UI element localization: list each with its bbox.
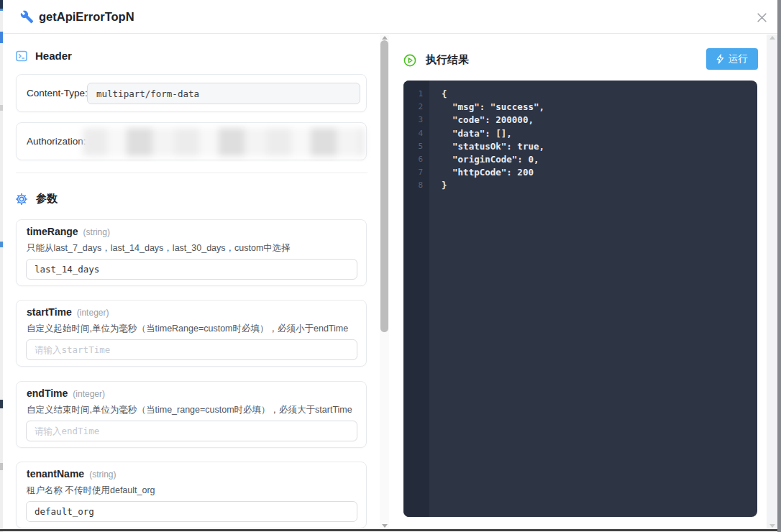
code-line: } bbox=[442, 179, 757, 192]
code-line: { bbox=[442, 88, 757, 101]
header-section-title: Header bbox=[16, 50, 72, 62]
triangle-up-icon bbox=[382, 36, 388, 40]
param-type: (integer) bbox=[77, 308, 109, 318]
page-title: getApiErrorTopN bbox=[39, 0, 134, 34]
dialog-header: getApiErrorTopN bbox=[3, 0, 777, 34]
authorization-label: Authorization: bbox=[27, 123, 86, 160]
editor-gutter: 1 2 3 4 5 6 7 8 bbox=[403, 81, 429, 517]
code-line: "code": 200000, bbox=[442, 114, 757, 127]
param-input-timeRange[interactable] bbox=[26, 259, 357, 280]
result-panel-scrollbar[interactable] bbox=[767, 35, 777, 530]
code-line: "msg": "success", bbox=[442, 101, 757, 114]
scrollbar-thumb[interactable] bbox=[380, 40, 388, 332]
param-card-tenantName: tenantName (string) 租户名称 不传时使用default_or… bbox=[16, 462, 367, 528]
param-header: startTime (integer) bbox=[27, 306, 109, 318]
param-type: (string) bbox=[89, 469, 116, 480]
authorization-redacted-value[interactable] bbox=[83, 128, 365, 156]
triangle-down-icon bbox=[769, 524, 775, 528]
close-icon bbox=[756, 12, 768, 24]
execution-result-panel: 执行结果 运行 1 2 3 4 5 6 7 8 { "msg": "succes… bbox=[389, 35, 767, 532]
header-section-label: Header bbox=[35, 50, 72, 62]
param-description: 自定义结束时间,单位为毫秒（当time_range=custom时必填），必须大… bbox=[27, 404, 352, 416]
result-section-title: 执行结果 bbox=[403, 53, 469, 67]
param-input-startTime[interactable] bbox=[26, 339, 357, 360]
param-header: timeRange (string) bbox=[27, 226, 110, 237]
lightning-icon bbox=[716, 54, 724, 64]
triangle-up-icon bbox=[769, 36, 775, 40]
line-number: 2 bbox=[403, 101, 429, 114]
params-section-title: 参数 bbox=[15, 192, 58, 206]
param-name: endTime bbox=[27, 387, 68, 399]
line-number: 7 bbox=[403, 166, 429, 179]
screen: getApiErrorTopN Header Content-Type: Aut… bbox=[0, 0, 781, 532]
line-number: 6 bbox=[403, 153, 429, 166]
param-input-endTime[interactable] bbox=[26, 421, 357, 441]
left-panel-scrollbar[interactable] bbox=[380, 35, 389, 530]
scrollbar-down-arrow[interactable] bbox=[767, 524, 777, 528]
param-header: tenantName (string) bbox=[27, 468, 116, 480]
param-header: endTime (integer) bbox=[27, 387, 105, 399]
line-number: 1 bbox=[403, 88, 429, 101]
content-type-input[interactable] bbox=[87, 83, 360, 104]
param-name: timeRange bbox=[27, 226, 78, 237]
background-window-edge-bottom bbox=[0, 529, 777, 531]
param-description: 自定义起始时间,单位为毫秒（当timeRange=custom时必填），必须小于… bbox=[27, 323, 348, 335]
line-number: 4 bbox=[403, 127, 429, 140]
play-circle-icon bbox=[403, 54, 416, 67]
params-section-label: 参数 bbox=[36, 192, 58, 206]
code-line: "data": [], bbox=[442, 127, 757, 140]
line-number: 8 bbox=[403, 179, 429, 192]
editor-code-area: { "msg": "success", "code": 200000, "dat… bbox=[429, 81, 757, 517]
line-number: 5 bbox=[403, 140, 429, 153]
scrollbar-down-arrow[interactable] bbox=[380, 524, 389, 528]
code-line: "httpCode": 200 bbox=[442, 166, 757, 179]
param-card-endTime: endTime (integer) 自定义结束时间,单位为毫秒（当time_ra… bbox=[16, 381, 367, 448]
authorization-field-card: Authorization: bbox=[16, 122, 367, 160]
param-description: 租户名称 不传时使用default_org bbox=[27, 485, 155, 497]
param-description: 只能从last_7_days，last_14_days，last_30_days… bbox=[27, 242, 291, 254]
section-divider bbox=[16, 173, 367, 173]
background-window-edge-right bbox=[777, 0, 781, 532]
request-config-panel: Header Content-Type: Authorization: bbox=[3, 35, 380, 532]
param-input-tenantName[interactable] bbox=[26, 501, 357, 522]
content-type-label: Content-Type: bbox=[27, 75, 88, 111]
param-card-startTime: startTime (integer) 自定义起始时间,单位为毫秒（当timeR… bbox=[16, 300, 367, 367]
scrollbar-up-arrow[interactable] bbox=[380, 36, 389, 40]
wrench-icon bbox=[20, 10, 34, 24]
gear-icon bbox=[15, 193, 28, 206]
terminal-icon bbox=[16, 50, 27, 62]
param-type: (integer) bbox=[73, 389, 105, 399]
close-button[interactable] bbox=[751, 7, 772, 27]
result-section-label: 执行结果 bbox=[426, 53, 469, 67]
param-name: tenantName bbox=[27, 468, 84, 480]
run-button[interactable]: 运行 bbox=[706, 48, 758, 70]
code-editor[interactable]: 1 2 3 4 5 6 7 8 { "msg": "success", "cod… bbox=[403, 81, 757, 517]
line-number: 3 bbox=[403, 114, 429, 127]
code-line: "originCode": 0, bbox=[442, 153, 757, 166]
param-type: (string) bbox=[83, 227, 110, 237]
triangle-down-icon bbox=[382, 524, 388, 528]
param-card-timeRange: timeRange (string) 只能从last_7_days，last_1… bbox=[16, 219, 367, 286]
content-type-field-card: Content-Type: bbox=[16, 74, 367, 112]
run-button-label: 运行 bbox=[729, 52, 748, 65]
scrollbar-up-arrow[interactable] bbox=[767, 36, 777, 40]
param-name: startTime bbox=[27, 306, 72, 318]
code-line: "statusOk": true, bbox=[442, 140, 757, 153]
